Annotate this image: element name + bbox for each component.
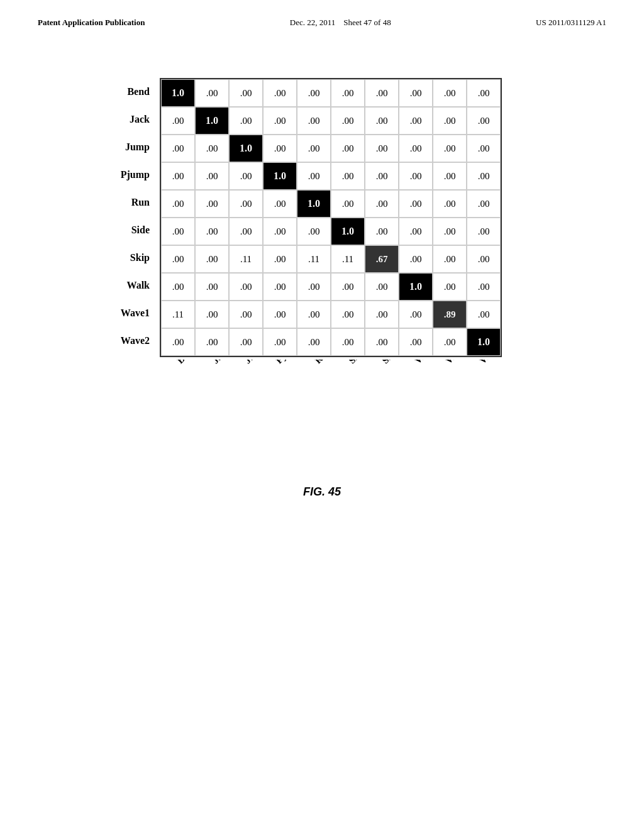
cell-9-3: .00 xyxy=(263,328,297,356)
cell-1-3: .00 xyxy=(263,107,297,135)
cell-7-2: .00 xyxy=(229,273,263,301)
cell-9-0: .00 xyxy=(161,328,195,356)
cell-7-8: .00 xyxy=(433,273,467,301)
cell-1-2: .00 xyxy=(229,107,263,135)
header-publication-label: Patent Application Publication xyxy=(38,18,145,28)
cell-5-8: .00 xyxy=(433,218,467,245)
col-label-wrapper-bend: Bend xyxy=(160,360,194,410)
col-label-wrapper-jack: Jack xyxy=(194,360,228,410)
cell-2-2: 1.0 xyxy=(229,135,263,162)
cell-5-0: .00 xyxy=(161,218,195,245)
matrix-grid: 1.0.00.00.00.00.00.00.00.00.00.001.0.00.… xyxy=(160,78,502,357)
cell-8-8: .89 xyxy=(433,301,467,328)
cell-2-1: .00 xyxy=(195,135,229,162)
cell-3-1: .00 xyxy=(195,162,229,190)
cell-6-1: .00 xyxy=(195,245,229,273)
cell-5-7: .00 xyxy=(399,218,433,245)
cell-9-6: .00 xyxy=(365,328,399,356)
cell-1-1: 1.0 xyxy=(195,107,229,135)
col-label-jack: Jack xyxy=(210,360,228,366)
cell-4-5: .00 xyxy=(331,190,365,218)
cell-0-9: .00 xyxy=(467,79,501,107)
row-label-jump: Jump xyxy=(117,133,155,161)
cell-0-8: .00 xyxy=(433,79,467,107)
col-label-wave1: Wave1 xyxy=(444,360,465,366)
cell-1-7: .00 xyxy=(399,107,433,135)
col-label-wrapper-wave2: Wave2 xyxy=(465,360,499,410)
row-label-side: Side xyxy=(117,216,155,244)
cell-7-1: .00 xyxy=(195,273,229,301)
cell-4-6: .00 xyxy=(365,190,399,218)
row-label-skip: Skip xyxy=(117,244,155,272)
cell-2-5: .00 xyxy=(331,135,365,162)
cell-1-9: .00 xyxy=(467,107,501,135)
cell-7-7: 1.0 xyxy=(399,273,433,301)
col-label-wrapper-skip: Skip xyxy=(364,360,397,410)
cell-8-4: .00 xyxy=(297,301,331,328)
col-label-wrapper-jump: Jump xyxy=(228,360,262,410)
cell-8-9: .00 xyxy=(467,301,501,328)
cell-0-3: .00 xyxy=(263,79,297,107)
cell-0-2: .00 xyxy=(229,79,263,107)
cell-8-6: .00 xyxy=(365,301,399,328)
cell-6-7: .00 xyxy=(399,245,433,273)
header-date: Dec. 22, 2011 Sheet 47 of 48 xyxy=(290,18,391,28)
cell-2-6: .00 xyxy=(365,135,399,162)
cell-2-7: .00 xyxy=(399,135,433,162)
cell-6-5: .11 xyxy=(331,245,365,273)
cell-1-4: .00 xyxy=(297,107,331,135)
cell-4-0: .00 xyxy=(161,190,195,218)
col-label-side: Side xyxy=(347,360,364,366)
cell-0-0: 1.0 xyxy=(161,79,195,107)
cell-6-9: .00 xyxy=(467,245,501,273)
page-header: Patent Application Publication Dec. 22, … xyxy=(0,0,644,28)
header-patent-number: US 2011/0311129 A1 xyxy=(536,18,606,28)
cell-2-9: .00 xyxy=(467,135,501,162)
row-label-wave1: Wave1 xyxy=(117,299,155,327)
cell-7-4: .00 xyxy=(297,273,331,301)
cell-4-4: 1.0 xyxy=(297,190,331,218)
cell-6-2: .11 xyxy=(229,245,263,273)
cell-0-4: .00 xyxy=(297,79,331,107)
col-label-wrapper-side: Side xyxy=(330,360,364,410)
col-label-wave2: Wave2 xyxy=(478,360,499,366)
main-content: BendJackJumpPjumpRunSideSkipWalkWave1Wav… xyxy=(0,78,644,499)
cell-8-1: .00 xyxy=(195,301,229,328)
cell-0-5: .00 xyxy=(331,79,365,107)
cell-3-5: .00 xyxy=(331,162,365,190)
cell-4-2: .00 xyxy=(229,190,263,218)
cell-8-3: .00 xyxy=(263,301,297,328)
cell-6-6: .67 xyxy=(365,245,399,273)
row-label-bend: Bend xyxy=(117,78,155,106)
cell-4-8: .00 xyxy=(433,190,467,218)
row-label-pjump: Pjump xyxy=(117,161,155,189)
col-label-walk: Walk xyxy=(413,360,431,366)
cell-8-0: .11 xyxy=(161,301,195,328)
cell-6-0: .00 xyxy=(161,245,195,273)
cell-4-3: .00 xyxy=(263,190,297,218)
matrix-and-col-labels: 1.0.00.00.00.00.00.00.00.00.00.001.0.00.… xyxy=(160,78,502,410)
cell-5-1: .00 xyxy=(195,218,229,245)
cell-6-4: .11 xyxy=(297,245,331,273)
row-label-walk: Walk xyxy=(117,272,155,299)
cell-3-6: .00 xyxy=(365,162,399,190)
cell-9-7: .00 xyxy=(399,328,433,356)
cell-5-6: .00 xyxy=(365,218,399,245)
cell-7-5: .00 xyxy=(331,273,365,301)
cell-8-2: .00 xyxy=(229,301,263,328)
cell-8-7: .00 xyxy=(399,301,433,328)
cell-4-7: .00 xyxy=(399,190,433,218)
col-label-pjump: Pjump xyxy=(274,360,296,366)
col-label-wrapper-pjump: Pjump xyxy=(262,360,296,410)
row-label-wave2: Wave2 xyxy=(117,327,155,355)
col-label-wrapper-walk: Walk xyxy=(397,360,431,410)
cell-4-9: .00 xyxy=(467,190,501,218)
cell-2-4: .00 xyxy=(297,135,331,162)
col-label-wrapper-wave1: Wave1 xyxy=(431,360,465,410)
cell-9-2: .00 xyxy=(229,328,263,356)
cell-3-3: 1.0 xyxy=(263,162,297,190)
cell-9-8: .00 xyxy=(433,328,467,356)
cell-3-4: .00 xyxy=(297,162,331,190)
cell-0-6: .00 xyxy=(365,79,399,107)
cell-5-4: .00 xyxy=(297,218,331,245)
